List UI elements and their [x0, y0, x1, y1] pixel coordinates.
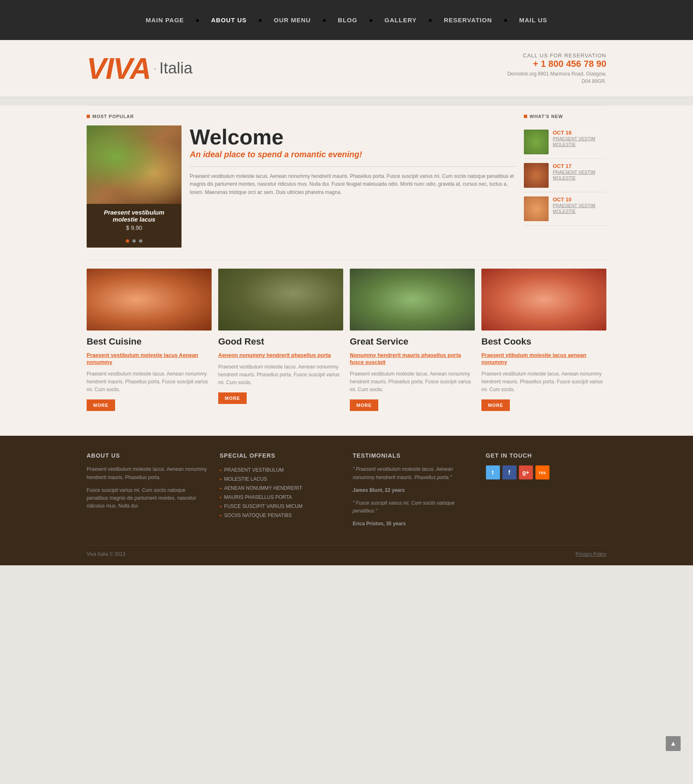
feature-body-4: Praesent vestibulum molestie lacus. Aene…	[481, 370, 606, 394]
content-row: MOST POPULAR Praesent vestibulum molesti…	[87, 114, 606, 248]
logo-viva-text: VIVA	[87, 54, 151, 83]
slider-item-name: Praesent vestibulum molestie lacus	[92, 209, 176, 223]
feature-sub-4[interactable]: Praesent vtibulum molestie lacus aenean …	[481, 352, 606, 366]
nav-dot-6: ●	[504, 17, 508, 24]
slider-caption: Praesent vestibulum molestie lacus $ 9.9…	[87, 204, 182, 234]
site-header: VIVA · Italia CALL US FOR RESERVATION + …	[0, 40, 693, 97]
news-thumb-2	[524, 163, 549, 188]
features-row: Best Cuisine Praesent vestibulum molesti…	[87, 269, 606, 411]
footer-get-in-touch: GET IN TOUCH t f g+ rss	[486, 452, 607, 533]
slider-welcome: Praesent vestibulum molestie lacus $ 9.9…	[87, 125, 516, 248]
nav-dot-3: ●	[322, 17, 326, 24]
dot-3[interactable]	[139, 239, 142, 243]
feature-card-3: Great Service Nonummy hendrerit mauris p…	[350, 269, 475, 411]
offer-item-4[interactable]: ●MAURIS PHASELLUS PORTA	[220, 493, 341, 502]
news-link-3[interactable]: PRAESENT VESTIM MOLESTIE	[553, 203, 606, 215]
call-label: CALL US FOR RESERVATION	[507, 52, 606, 59]
nav-item-blog[interactable]: BLOG	[326, 17, 369, 24]
footer-offers-title: SPECIAL OFFERS	[220, 452, 341, 459]
feature-card-1: Best Cuisine Praesent vestibulum molesti…	[87, 269, 212, 411]
offer-item-5[interactable]: ●FUSCE SUSCIPIT VARIUS MICUM	[220, 502, 341, 511]
offer-item-2[interactable]: ●MOLESTIE LACUS	[220, 475, 341, 484]
feature-img-1	[87, 269, 212, 331]
facebook-icon[interactable]: f	[502, 465, 516, 479]
feature-body-1: Praesent vestibulum molestie lacus. Aene…	[87, 370, 212, 394]
slider-box[interactable]: Praesent vestibulum molestie lacus $ 9.9…	[87, 125, 182, 248]
testimonial-quote-2: " Fusce suscipit varius mi. Cum sociis n…	[353, 499, 474, 515]
news-thumb-1	[524, 130, 549, 154]
welcome-tagline: An ideal place to spend a romantic eveni…	[190, 149, 516, 160]
footer-about-title: ABOUT US	[87, 452, 207, 459]
feature-card-2: Good Rest Aeneon nonummy hendrerit phase…	[218, 269, 343, 411]
feature-sub-2[interactable]: Aeneon nonummy hendrerit phasellus porta	[218, 352, 343, 359]
footer-columns: ABOUT US Praesent vestibulum molestie la…	[87, 452, 606, 533]
offer-bullet-2: ●	[220, 477, 222, 481]
slider-item-price: $ 9.90	[92, 224, 176, 231]
offer-bullet-1: ●	[220, 468, 222, 472]
copyright: Viva Italia © 2013	[87, 551, 125, 557]
more-button-3[interactable]: MORE	[350, 399, 378, 411]
news-date-3: OCT 10	[553, 196, 606, 203]
more-button-2[interactable]: MORE	[218, 392, 247, 404]
nav-item-about-us[interactable]: ABOUT US	[200, 17, 258, 24]
feature-title-2: Good Rest	[218, 336, 343, 347]
contact-info: CALL US FOR RESERVATION + 1 800 456 78 9…	[507, 52, 606, 84]
offer-bullet-5: ●	[220, 505, 222, 508]
offer-item-3[interactable]: ●AENEAN NONUMMY HENDRERIT	[220, 484, 341, 493]
address-line2: D04 89GR.	[507, 78, 606, 84]
feature-body-3: Praesent vestibulum molestie lacus. Aene…	[350, 370, 475, 394]
footer-special-offers: SPECIAL OFFERS ●PRAESENT VESTIBULUM ●MOL…	[220, 452, 341, 533]
whats-new-section: WHAT'S NEW OCT 18 PRAESENT VESTIM MOLEST…	[524, 114, 606, 248]
offer-item-6[interactable]: ●SOCIIS NATOQUE PENATIBS	[220, 511, 341, 520]
news-content-1: OCT 18 PRAESENT VESTIM MOLESTIE	[553, 130, 606, 154]
footer-bottom: Viva Italia © 2013 Privacy Policy	[87, 545, 606, 557]
social-icons: t f g+ rss	[486, 465, 607, 479]
phone-number[interactable]: + 1 800 456 78 90	[507, 59, 606, 69]
nav-item-reservation[interactable]: RESERVATION	[432, 17, 504, 24]
offer-item-1[interactable]: ●PRAESENT VESTIBULUM	[220, 465, 341, 475]
whats-new-title: WHAT'S NEW	[524, 114, 606, 119]
nav-item-mail-us[interactable]: MAIL US	[507, 17, 559, 24]
feature-img-4	[481, 269, 606, 331]
testimonial-author-2: Erica Priston, 35 years	[353, 520, 474, 528]
privacy-policy-link[interactable]: Privacy Policy	[575, 551, 606, 557]
rss-icon[interactable]: rss	[535, 465, 549, 479]
most-popular-title: MOST POPULAR	[87, 114, 516, 119]
footer-about-para1: Praesent vestibulum molestie lacus. Aene…	[87, 465, 207, 481]
feature-img-2	[218, 269, 343, 331]
footer-testimonials-title: TESTIMONIALS	[353, 452, 474, 459]
feature-img-3	[350, 269, 475, 331]
news-date-1: OCT 18	[553, 130, 606, 136]
more-button-4[interactable]: MORE	[481, 399, 510, 411]
nav-item-main-page[interactable]: MAIN PAGE	[134, 17, 196, 24]
logo[interactable]: VIVA · Italia	[87, 54, 193, 83]
offer-bullet-6: ●	[220, 514, 222, 517]
testimonial-quote-1: " Praesent vestibulum molestie lacus. Ae…	[353, 465, 474, 481]
welcome-body: Praesent vestibulum molestie lacus. Aene…	[190, 172, 516, 196]
news-item-1: OCT 18 PRAESENT VESTIM MOLESTIE	[524, 125, 606, 159]
gplus-icon[interactable]: g+	[519, 465, 533, 479]
news-link-2[interactable]: PRAESENT VESTIM MOLESTIE	[553, 169, 606, 181]
nav-item-our-menu[interactable]: OUR MENU	[262, 17, 323, 24]
top-divider	[87, 105, 606, 106]
testimonial-author-1: James Blunt, 22 years	[353, 486, 474, 494]
feature-body-2: Praesent vestibulum molestie lacus. Aene…	[218, 363, 343, 387]
feature-sub-1[interactable]: Praesent vestibulum molestie lacus Aenea…	[87, 352, 212, 366]
news-content-3: OCT 10 PRAESENT VESTIM MOLESTIE	[553, 196, 606, 221]
welcome-text: Welcome An ideal place to spend a romant…	[190, 125, 516, 248]
news-link-1[interactable]: PRAESENT VESTIM MOLESTIE	[553, 136, 606, 148]
twitter-icon[interactable]: t	[486, 465, 500, 479]
dot-1[interactable]	[126, 239, 129, 243]
more-button-1[interactable]: MORE	[87, 399, 115, 411]
section-bullet-2	[524, 115, 527, 118]
welcome-title: Welcome	[190, 125, 516, 149]
feature-card-4: Best Cooks Praesent vtibulum molestie la…	[481, 269, 606, 411]
dot-2[interactable]	[132, 239, 136, 243]
nav-dot-5: ●	[428, 17, 432, 24]
site-footer: ABOUT US Praesent vestibulum molestie la…	[0, 436, 693, 565]
footer-about-us: ABOUT US Praesent vestibulum molestie la…	[87, 452, 207, 533]
nav-item-gallery[interactable]: GALLERY	[373, 17, 428, 24]
address-line1: Demolink.org 8901 Marmora Road, Glasgow,	[507, 71, 606, 77]
feature-title-4: Best Cooks	[481, 336, 606, 347]
feature-sub-3[interactable]: Nonummy hendrerit mauris phasellus porta…	[350, 352, 475, 366]
